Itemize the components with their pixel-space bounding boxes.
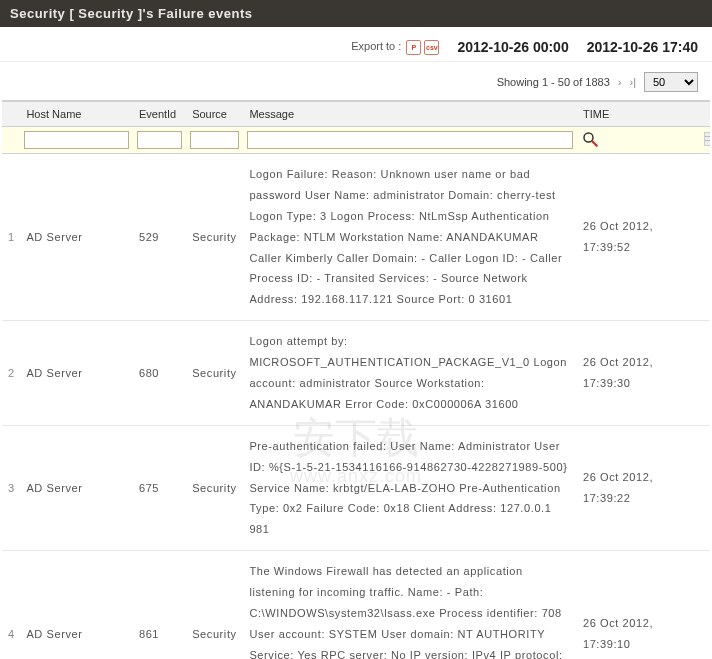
cell-num: 1 [2,154,20,321]
cell-host: AD Server [20,551,133,659]
cell-num: 3 [2,425,20,550]
filter-message-input[interactable] [247,131,573,149]
table-wrap: Host Name EventId Source Message TIME [0,100,712,659]
cell-source: Security [186,321,243,426]
cell-message: Logon Failure: Reason: Unknown user name… [243,154,577,321]
time-range: 2012-10-26 00:00 2012-10-26 17:40 [457,39,698,55]
cell-source: Security [186,154,243,321]
cell-source: Security [186,551,243,659]
cell-time: 26 Oct 2012, 17:39:30 [577,321,710,426]
cell-eventid: 680 [133,321,186,426]
col-header-eventid[interactable]: EventId [133,101,186,127]
export-group: Export to : P csv [351,40,439,55]
cell-message: The Windows Firewall has detected an app… [243,551,577,659]
col-header-num [2,101,20,127]
cell-eventid: 529 [133,154,186,321]
col-header-time[interactable]: TIME [577,101,710,127]
page-title: Security [ Security ]'s Failure events [0,0,712,27]
cell-eventid: 675 [133,425,186,550]
search-icon[interactable] [581,130,599,148]
filter-row [2,127,710,154]
export-csv-icon[interactable]: csv [424,40,439,55]
time-from: 2012-10-26 00:00 [457,39,568,55]
pager-next-button[interactable]: › [618,76,622,88]
cell-source: Security [186,425,243,550]
cell-host: AD Server [20,321,133,426]
table-row[interactable]: 1AD Server529SecurityLogon Failure: Reas… [2,154,710,321]
export-label: Export to : [351,40,401,52]
cell-message: Pre-authentication failed: User Name: Ad… [243,425,577,550]
col-header-host[interactable]: Host Name [20,101,133,127]
cell-host: AD Server [20,425,133,550]
filter-host-input[interactable] [24,131,129,149]
table-row[interactable]: 2AD Server680SecurityLogon attempt by: M… [2,321,710,426]
column-picker-handle[interactable] [704,132,710,146]
cell-eventid: 861 [133,551,186,659]
table-body: 1AD Server529SecurityLogon Failure: Reas… [2,154,710,660]
cell-num: 4 [2,551,20,659]
pager: Showing 1 - 50 of 1883 › ›| 50 [0,62,712,100]
filter-source-input[interactable] [190,131,239,149]
showing-text: Showing 1 - 50 of 1883 [497,76,610,88]
cell-message: Logon attempt by: MICROSOFT_AUTHENTICATI… [243,321,577,426]
cell-num: 2 [2,321,20,426]
events-table: Host Name EventId Source Message TIME [2,100,710,659]
col-header-source[interactable]: Source [186,101,243,127]
toolbar: Export to : P csv 2012-10-26 00:00 2012-… [0,27,712,62]
cell-host: AD Server [20,154,133,321]
table-row[interactable]: 4AD Server861SecurityThe Windows Firewal… [2,551,710,659]
export-pdf-icon[interactable]: P [406,40,421,55]
cell-time: 26 Oct 2012, 17:39:52 [577,154,710,321]
time-to: 2012-10-26 17:40 [587,39,698,55]
table-row[interactable]: 3AD Server675SecurityPre-authentication … [2,425,710,550]
filter-eventid-input[interactable] [137,131,182,149]
svg-line-1 [592,141,597,146]
col-header-message[interactable]: Message [243,101,577,127]
cell-time: 26 Oct 2012, 17:39:10 [577,551,710,659]
page-size-select[interactable]: 50 [644,72,698,92]
pager-last-button[interactable]: ›| [629,76,636,88]
cell-time: 26 Oct 2012, 17:39:22 [577,425,710,550]
